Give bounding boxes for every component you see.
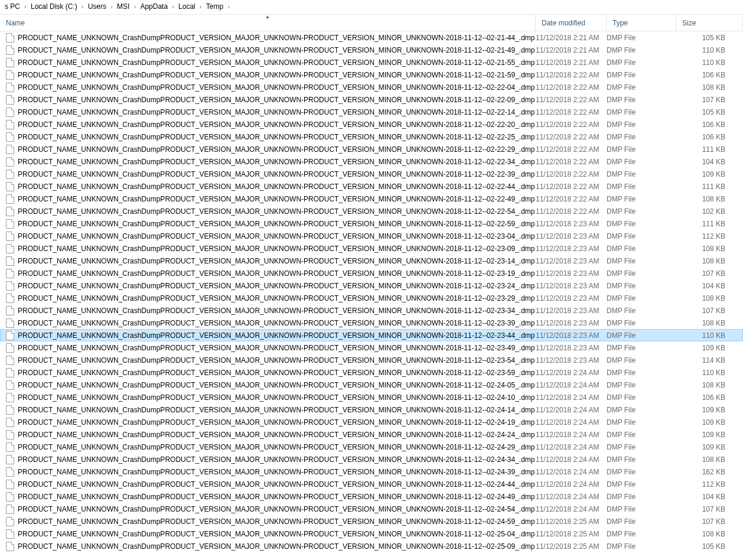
- file-type: DMP File: [607, 71, 676, 79]
- file-type: DMP File: [607, 369, 676, 377]
- chevron-right-icon[interactable]: ›: [22, 4, 28, 10]
- file-name: PRODUCT_NAME_UNKNOWN_CrashDumpPRODUCT_VE…: [18, 493, 536, 501]
- column-header-date[interactable]: Date modified: [536, 15, 607, 31]
- file-row[interactable]: PRODUCT_NAME_UNKNOWN_CrashDumpPRODUCT_VE…: [0, 279, 743, 292]
- file-date: 11/12/2018 2:22 AM: [536, 145, 607, 154]
- chevron-right-icon[interactable]: ›: [80, 4, 86, 10]
- chevron-right-icon[interactable]: ›: [170, 4, 176, 10]
- file-size: 106 KB: [676, 393, 743, 402]
- breadcrumb-item[interactable]: s PC: [2, 1, 22, 12]
- file-row[interactable]: PRODUCT_NAME_UNKNOWN_CrashDumpPRODUCT_VE…: [0, 81, 743, 93]
- file-type: DMP File: [607, 96, 676, 104]
- file-date: 11/12/2018 2:23 AM: [536, 344, 607, 352]
- file-row[interactable]: PRODUCT_NAME_UNKNOWN_CrashDumpPRODUCT_VE…: [0, 292, 743, 304]
- file-icon: [6, 529, 14, 539]
- file-icon: [6, 343, 14, 353]
- file-row[interactable]: PRODUCT_NAME_UNKNOWN_CrashDumpPRODUCT_VE…: [0, 106, 743, 118]
- file-row[interactable]: PRODUCT_NAME_UNKNOWN_CrashDumpPRODUCT_VE…: [0, 118, 743, 131]
- file-name: PRODUCT_NAME_UNKNOWN_CrashDumpPRODUCT_VE…: [18, 34, 536, 42]
- file-name: PRODUCT_NAME_UNKNOWN_CrashDumpPRODUCT_VE…: [18, 517, 536, 526]
- file-row[interactable]: PRODUCT_NAME_UNKNOWN_CrashDumpPRODUCT_VE…: [0, 69, 743, 81]
- file-row[interactable]: PRODUCT_NAME_UNKNOWN_CrashDumpPRODUCT_VE…: [0, 304, 743, 317]
- file-size: 109 KB: [676, 418, 743, 426]
- breadcrumb-item[interactable]: Local Disk (C:): [28, 1, 80, 12]
- sort-indicator-icon: ▲: [265, 14, 270, 19]
- file-row[interactable]: PRODUCT_NAME_UNKNOWN_CrashDumpPRODUCT_VE…: [0, 267, 743, 279]
- chevron-right-icon[interactable]: ›: [109, 4, 115, 10]
- file-date: 11/12/2018 2:22 AM: [536, 207, 607, 216]
- file-row[interactable]: PRODUCT_NAME_UNKNOWN_CrashDumpPRODUCT_VE…: [0, 93, 743, 106]
- file-row[interactable]: PRODUCT_NAME_UNKNOWN_CrashDumpPRODUCT_VE…: [0, 490, 743, 503]
- file-row[interactable]: PRODUCT_NAME_UNKNOWN_CrashDumpPRODUCT_VE…: [0, 391, 743, 403]
- file-row[interactable]: PRODUCT_NAME_UNKNOWN_CrashDumpPRODUCT_VE…: [0, 465, 743, 478]
- file-type: DMP File: [607, 542, 676, 551]
- file-row[interactable]: PRODUCT_NAME_UNKNOWN_CrashDumpPRODUCT_VE…: [0, 540, 743, 552]
- file-type: DMP File: [607, 530, 676, 538]
- file-row[interactable]: PRODUCT_NAME_UNKNOWN_CrashDumpPRODUCT_VE…: [0, 193, 743, 205]
- file-row[interactable]: PRODUCT_NAME_UNKNOWN_CrashDumpPRODUCT_VE…: [0, 416, 743, 428]
- file-date: 11/12/2018 2:21 AM: [536, 34, 607, 42]
- file-row[interactable]: PRODUCT_NAME_UNKNOWN_CrashDumpPRODUCT_VE…: [0, 428, 743, 441]
- file-size: 112 KB: [676, 232, 743, 240]
- file-row[interactable]: PRODUCT_NAME_UNKNOWN_CrashDumpPRODUCT_VE…: [0, 180, 743, 193]
- breadcrumb-item[interactable]: Users: [86, 1, 109, 12]
- column-header-size[interactable]: Size: [676, 15, 743, 31]
- file-name: PRODUCT_NAME_UNKNOWN_CrashDumpPRODUCT_VE…: [18, 83, 536, 92]
- file-row[interactable]: PRODUCT_NAME_UNKNOWN_CrashDumpPRODUCT_VE…: [0, 317, 743, 329]
- file-date: 11/12/2018 2:21 AM: [536, 46, 607, 54]
- chevron-right-icon[interactable]: ›: [226, 4, 232, 10]
- file-row[interactable]: PRODUCT_NAME_UNKNOWN_CrashDumpPRODUCT_VE…: [0, 503, 743, 515]
- breadcrumb-item[interactable]: Local: [176, 1, 198, 12]
- breadcrumb-item[interactable]: MSI: [115, 1, 132, 12]
- breadcrumb-item[interactable]: AppData: [138, 1, 170, 12]
- file-row[interactable]: PRODUCT_NAME_UNKNOWN_CrashDumpPRODUCT_VE…: [0, 155, 743, 168]
- file-type: DMP File: [607, 133, 676, 141]
- file-list[interactable]: PRODUCT_NAME_UNKNOWN_CrashDumpPRODUCT_VE…: [0, 31, 743, 552]
- file-row[interactable]: PRODUCT_NAME_UNKNOWN_CrashDumpPRODUCT_VE…: [0, 255, 743, 267]
- file-date: 11/12/2018 2:24 AM: [536, 431, 607, 439]
- breadcrumb-item[interactable]: Temp: [204, 1, 226, 12]
- file-size: 107 KB: [676, 96, 743, 104]
- file-row[interactable]: PRODUCT_NAME_UNKNOWN_CrashDumpPRODUCT_VE…: [0, 205, 743, 217]
- file-row[interactable]: PRODUCT_NAME_UNKNOWN_CrashDumpPRODUCT_VE…: [0, 143, 743, 155]
- file-row[interactable]: PRODUCT_NAME_UNKNOWN_CrashDumpPRODUCT_VE…: [0, 230, 743, 242]
- file-icon: [6, 145, 14, 154]
- file-row[interactable]: PRODUCT_NAME_UNKNOWN_CrashDumpPRODUCT_VE…: [0, 341, 743, 354]
- file-size: 111 KB: [676, 220, 743, 228]
- file-row[interactable]: PRODUCT_NAME_UNKNOWN_CrashDumpPRODUCT_VE…: [0, 515, 743, 528]
- file-row[interactable]: PRODUCT_NAME_UNKNOWN_CrashDumpPRODUCT_VE…: [0, 131, 743, 143]
- breadcrumb[interactable]: s PC›Local Disk (C:)›Users›MSI›AppData›L…: [0, 0, 743, 13]
- file-date: 11/12/2018 2:25 AM: [536, 517, 607, 526]
- file-icon: [6, 281, 14, 291]
- column-header-name[interactable]: Name ▲: [0, 15, 536, 31]
- file-row[interactable]: PRODUCT_NAME_UNKNOWN_CrashDumpPRODUCT_VE…: [0, 379, 743, 391]
- file-date: 11/12/2018 2:23 AM: [536, 232, 607, 240]
- file-row[interactable]: PRODUCT_NAME_UNKNOWN_CrashDumpPRODUCT_VE…: [0, 44, 743, 56]
- file-type: DMP File: [607, 505, 676, 513]
- file-icon: [6, 70, 14, 80]
- file-name: PRODUCT_NAME_UNKNOWN_CrashDumpPRODUCT_VE…: [18, 121, 536, 129]
- file-size: 108 KB: [676, 83, 743, 92]
- file-row[interactable]: PRODUCT_NAME_UNKNOWN_CrashDumpPRODUCT_VE…: [0, 354, 743, 366]
- file-icon: [6, 170, 14, 179]
- chevron-right-icon[interactable]: ›: [198, 4, 204, 10]
- file-row[interactable]: PRODUCT_NAME_UNKNOWN_CrashDumpPRODUCT_VE…: [0, 478, 743, 490]
- file-date: 11/12/2018 2:24 AM: [536, 455, 607, 464]
- file-row[interactable]: PRODUCT_NAME_UNKNOWN_CrashDumpPRODUCT_VE…: [0, 56, 743, 69]
- file-row[interactable]: PRODUCT_NAME_UNKNOWN_CrashDumpPRODUCT_VE…: [0, 528, 743, 540]
- file-row[interactable]: PRODUCT_NAME_UNKNOWN_CrashDumpPRODUCT_VE…: [0, 31, 743, 44]
- file-row[interactable]: PRODUCT_NAME_UNKNOWN_CrashDumpPRODUCT_VE…: [0, 441, 743, 453]
- file-row[interactable]: PRODUCT_NAME_UNKNOWN_CrashDumpPRODUCT_VE…: [0, 217, 743, 230]
- file-row[interactable]: PRODUCT_NAME_UNKNOWN_CrashDumpPRODUCT_VE…: [0, 168, 743, 180]
- file-date: 11/12/2018 2:22 AM: [536, 170, 607, 178]
- file-name: PRODUCT_NAME_UNKNOWN_CrashDumpPRODUCT_VE…: [18, 58, 536, 67]
- file-row[interactable]: PRODUCT_NAME_UNKNOWN_CrashDumpPRODUCT_VE…: [0, 242, 743, 255]
- file-row[interactable]: PRODUCT_NAME_UNKNOWN_CrashDumpPRODUCT_VE…: [0, 366, 743, 379]
- file-name: PRODUCT_NAME_UNKNOWN_CrashDumpPRODUCT_VE…: [18, 406, 536, 414]
- column-header-type[interactable]: Type: [607, 15, 676, 31]
- file-date: 11/12/2018 2:24 AM: [536, 406, 607, 414]
- chevron-right-icon[interactable]: ›: [132, 4, 138, 10]
- file-row[interactable]: PRODUCT_NAME_UNKNOWN_CrashDumpPRODUCT_VE…: [0, 453, 743, 465]
- file-row[interactable]: PRODUCT_NAME_UNKNOWN_CrashDumpPRODUCT_VE…: [0, 403, 743, 416]
- file-row[interactable]: PRODUCT_NAME_UNKNOWN_CrashDumpPRODUCT_VE…: [0, 329, 743, 341]
